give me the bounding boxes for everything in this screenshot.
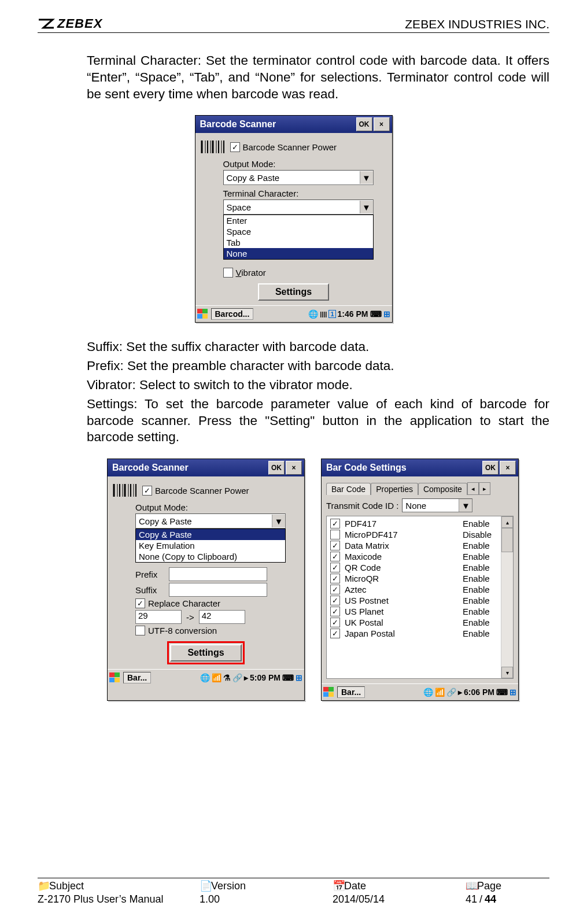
code-status: Enable xyxy=(463,607,497,616)
scroll-up-icon[interactable]: ▴ xyxy=(501,516,513,528)
close-button[interactable]: × xyxy=(500,461,516,475)
power-label: Barcode Scanner Power xyxy=(155,486,249,496)
list-item[interactable]: ✓Japan PostalEnable xyxy=(327,628,501,639)
arrow-icon: ▸ xyxy=(458,688,462,697)
list-item[interactable]: ✓Data MatrixEnable xyxy=(327,540,501,551)
list-item[interactable]: ✓US PlanetEnable xyxy=(327,606,501,617)
globe-icon: 🌐 xyxy=(200,673,210,682)
code-checkbox[interactable]: ✓ xyxy=(330,563,340,572)
start-icon[interactable] xyxy=(109,672,121,683)
list-item[interactable]: ✓UK PostalEnable xyxy=(327,617,501,628)
desktop-icon[interactable]: ⊞ xyxy=(383,309,390,319)
list-item[interactable]: ✓AztecEnable xyxy=(327,584,501,595)
code-checkbox[interactable]: ✓ xyxy=(330,596,340,605)
tab-barcode[interactable]: Bar Code xyxy=(326,483,371,495)
terminal-options-list[interactable]: Enter Space Tab None xyxy=(223,215,374,260)
code-checkbox[interactable]: ✓ xyxy=(330,629,340,638)
terminal-character-dropdown[interactable]: Space ▼ xyxy=(223,199,374,215)
list-item-selected[interactable]: Copy & Paste xyxy=(136,529,285,540)
code-status: Enable xyxy=(463,618,497,627)
output-mode-dropdown[interactable]: Copy & Paste ▼ xyxy=(135,513,286,528)
ok-button[interactable]: OK xyxy=(482,461,499,475)
utf8-label: UTF-8 conversion xyxy=(148,626,217,635)
keyboard-icon[interactable]: ⌨ xyxy=(282,673,294,682)
replace-from-input[interactable]: 29 xyxy=(135,610,182,624)
vibrator-checkbox[interactable] xyxy=(223,268,233,278)
code-checkbox[interactable] xyxy=(330,530,340,539)
power-checkbox[interactable]: ✓ xyxy=(142,486,152,496)
code-status: Enable xyxy=(463,596,497,605)
list-item[interactable]: ✓MaxicodeEnable xyxy=(327,551,501,562)
keyboard-icon[interactable]: ⌨ xyxy=(370,309,382,319)
transmit-code-dropdown[interactable]: None ▼ xyxy=(402,498,472,512)
code-checkbox[interactable]: ✓ xyxy=(330,574,340,583)
scroll-thumb[interactable] xyxy=(501,528,513,552)
settings-button[interactable]: Settings xyxy=(170,644,241,661)
prefix-input[interactable] xyxy=(169,567,267,581)
code-checkbox[interactable]: ✓ xyxy=(330,618,340,627)
list-item[interactable]: ✓MicroQREnable xyxy=(327,573,501,584)
titlebar: Bar Code Settings OK × xyxy=(322,459,518,476)
list-item-selected[interactable]: None xyxy=(224,248,373,259)
keyboard-icon[interactable]: ⌨ xyxy=(496,688,508,697)
code-checkbox[interactable]: ✓ xyxy=(330,585,340,594)
list-item[interactable]: Space xyxy=(224,226,373,237)
doc-icon: 📄 xyxy=(200,879,209,892)
window-barcode-settings: Bar Code Settings OK × Bar Code Properti… xyxy=(321,459,519,701)
output-mode-value: Copy & Paste xyxy=(224,173,360,183)
replace-to-input[interactable]: 42 xyxy=(199,610,245,624)
replace-checkbox[interactable]: ✓ xyxy=(135,598,145,608)
taskbar-app[interactable]: Barcod... xyxy=(211,308,254,320)
desktop-icon[interactable]: ⊞ xyxy=(296,673,302,682)
output-mode-options-list[interactable]: Copy & Paste Key Emulation None (Copy to… xyxy=(135,528,286,563)
code-checkbox[interactable]: ✓ xyxy=(330,541,340,550)
start-icon[interactable] xyxy=(323,687,335,697)
code-name: US Postnet xyxy=(345,596,463,605)
ok-button[interactable]: OK xyxy=(268,461,285,475)
code-checkbox[interactable]: ✓ xyxy=(330,607,340,616)
desktop-icon[interactable]: ⊞ xyxy=(510,688,516,697)
list-item[interactable]: ✓US PostnetEnable xyxy=(327,595,501,606)
code-name: PDF417 xyxy=(345,519,463,528)
code-checkbox[interactable]: ✓ xyxy=(330,519,340,528)
code-status: Enable xyxy=(463,541,497,550)
signal-icon: 📶 xyxy=(212,673,221,682)
code-name: UK Postal xyxy=(345,618,463,627)
transmit-code-value: None xyxy=(403,501,459,511)
list-item[interactable]: ✓PDF417Enable xyxy=(327,518,501,529)
power-checkbox[interactable]: ✓ xyxy=(230,142,240,152)
list-item[interactable]: Tab xyxy=(224,237,373,248)
tab-scroll-left[interactable]: ◂ xyxy=(467,482,479,495)
taskbar-app[interactable]: Bar... xyxy=(123,672,151,683)
vibrator-label: ibrator xyxy=(241,268,266,278)
paragraph-suffix: Suffix: Set the suffix character with ba… xyxy=(87,339,549,356)
start-icon[interactable] xyxy=(197,309,209,319)
ok-button[interactable]: OK xyxy=(356,117,372,131)
volume-icon: ⚗ xyxy=(223,673,231,682)
tab-properties[interactable]: Properties xyxy=(371,483,418,495)
list-item[interactable]: Key Emulation xyxy=(136,540,285,551)
output-mode-label: Output Mode: xyxy=(135,502,300,512)
list-item[interactable]: MicroPDF417Disable xyxy=(327,529,501,540)
close-button[interactable]: × xyxy=(374,117,390,131)
window-title: Barcode Scanner xyxy=(110,463,267,473)
code-checkbox[interactable]: ✓ xyxy=(330,552,340,561)
code-status: Enable xyxy=(463,563,497,572)
tab-scroll-right[interactable]: ▸ xyxy=(479,482,490,495)
scrollbar[interactable]: ▴ ▾ xyxy=(501,516,513,678)
taskbar-app[interactable]: Bar... xyxy=(337,686,365,698)
replace-label: Replace Character xyxy=(148,598,220,608)
transmit-code-label: Transmit Code ID : xyxy=(326,501,398,511)
output-mode-dropdown[interactable]: Copy & Paste ▼ xyxy=(223,170,374,185)
list-item[interactable]: None (Copy to Clipboard) xyxy=(136,551,285,562)
tab-composite[interactable]: Composite xyxy=(418,483,467,495)
close-button[interactable]: × xyxy=(286,461,302,475)
utf8-checkbox[interactable] xyxy=(135,626,145,635)
settings-button[interactable]: Settings xyxy=(258,283,329,301)
code-name: MicroPDF417 xyxy=(345,530,463,539)
list-item[interactable]: Enter xyxy=(224,215,373,226)
chevron-down-icon: ▼ xyxy=(360,201,373,213)
suffix-input[interactable] xyxy=(169,583,267,597)
scroll-down-icon[interactable]: ▾ xyxy=(501,667,513,678)
list-item[interactable]: ✓QR CodeEnable xyxy=(327,562,501,573)
